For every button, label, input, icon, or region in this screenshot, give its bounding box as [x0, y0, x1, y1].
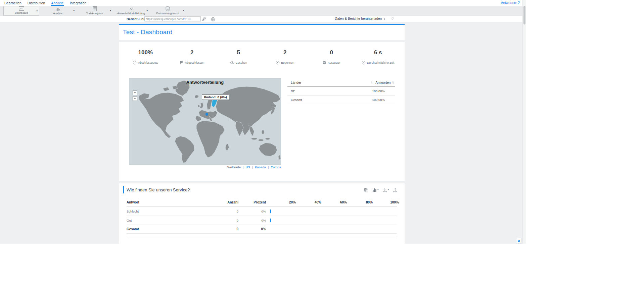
country-table-header: Länder ⇅ Antworten ⇅ — [287, 79, 395, 87]
minus-circle-icon — [322, 61, 326, 65]
report-link-label: Bericht-Link: — [127, 17, 146, 21]
toolbar-item-auswahl-modellbildung[interactable]: Auswahl-Modellbildung ▾ — [113, 6, 149, 16]
chevron-down-icon: ▾ — [384, 18, 385, 20]
toolbar-item-dashboard[interactable]: Dashboard ▾ — [3, 6, 39, 16]
answer-label: Schlecht — [127, 210, 139, 213]
scale-label-40: 40% — [315, 200, 321, 204]
stats-row: 100% Abschlussquote 2 Abgeschlossen 5 Ge… — [119, 42, 405, 65]
separator: | — [252, 165, 253, 169]
nav-item-bearbeiten[interactable]: Bearbeiten — [4, 0, 21, 6]
question-title: Wie finden Sie unseren Service? — [127, 187, 190, 192]
zoom-out-button[interactable]: − — [133, 96, 137, 101]
column-header-anzahl: Anzahl — [212, 200, 238, 204]
column-header-prozent: Prozent — [239, 200, 266, 204]
chevron-down-icon[interactable]: ▾ — [146, 9, 148, 12]
model-chart-icon — [129, 7, 134, 11]
map-title: Antwortverteilung — [129, 80, 281, 85]
stat-label: Aussetzer — [328, 61, 340, 64]
toolbar-item-text-analysen[interactable]: Text-Analysen ▾ — [77, 6, 112, 16]
sort-icon[interactable]: ⇅ — [370, 81, 373, 84]
zoom-in-button[interactable]: + — [133, 91, 137, 95]
report-link-input[interactable] — [144, 16, 201, 21]
sort-icon[interactable]: ⇅ — [392, 81, 394, 84]
map-view-europa[interactable]: Europa — [271, 165, 281, 169]
table-row: DE 100.00% — [287, 87, 395, 96]
line-chart-icon — [19, 6, 24, 11]
answer-count: 0 — [212, 219, 238, 222]
top-nav: Bearbeiten Distribution Analyse Integrat… — [0, 0, 522, 6]
total-count: 0 — [212, 227, 238, 231]
nav-item-distribution[interactable]: Distribution — [28, 0, 45, 6]
table-row: Gut 0 0% — [127, 216, 397, 225]
map-view-kanada[interactable]: Kanada — [255, 165, 266, 169]
document-icon — [93, 6, 97, 11]
column-header-antworten[interactable]: Antworten — [375, 81, 390, 84]
map-view-weltkarte[interactable]: Weltkarte — [227, 165, 241, 169]
map-view-switcher: Weltkarte|US|Kanada|Europa — [129, 165, 281, 169]
column-header-antwort: Antwort — [127, 200, 139, 204]
top-nav-items: Bearbeiten Distribution Analyse Integrat… — [4, 0, 86, 6]
separator: | — [268, 165, 269, 169]
separator: | — [243, 165, 243, 169]
column-header-laender[interactable]: Länder — [291, 81, 301, 84]
download-icon[interactable]: ▾ — [383, 188, 389, 192]
database-icon — [166, 6, 170, 11]
table-row: Gesamt 100.00% — [287, 96, 395, 104]
stat-value: 0 — [308, 49, 355, 56]
stat-value: 100% — [122, 49, 169, 56]
overview-card: 100% Abschlussquote 2 Abgeschlossen 5 Ge… — [119, 42, 405, 181]
map-marker-germany — [205, 113, 208, 116]
stat-gesehen: 5 Gesehen — [215, 49, 262, 65]
toolbar-item-datenmanagement[interactable]: Datenmanagement ▾ — [150, 6, 186, 16]
toolbar-item-label: Text-Analysen — [86, 12, 103, 15]
vertical-scrollbar[interactable] — [522, 0, 526, 244]
answer-count: 0 — [212, 210, 238, 213]
nav-item-analyse[interactable]: Analyse — [51, 0, 63, 6]
scale-label-20: 20% — [289, 200, 296, 204]
toolbar-item-label: Analyse — [53, 12, 62, 15]
double-chevron-up-icon — [517, 239, 520, 243]
question-result-table: Antwort Anzahl Prozent 20% 40% 60% 80% 1… — [127, 199, 397, 234]
result-bar — [270, 219, 271, 222]
analyse-toolbar: Dashboard ▾ Analyse ▾ Text-Analysen ▾ Au… — [0, 6, 522, 16]
answer-percent: 0% — [239, 219, 266, 222]
nav-item-integration[interactable]: Integration — [70, 0, 87, 6]
scroll-to-top-button[interactable] — [516, 238, 522, 244]
responses-counter: Antworten: 2 — [501, 1, 520, 5]
dashboard-title-card: Test - Dashboard — [119, 24, 405, 40]
answer-label: Gut — [127, 219, 132, 222]
country-name: DE — [291, 89, 295, 93]
scrollbar-thumb[interactable] — [523, 6, 525, 24]
flag-icon — [180, 61, 184, 65]
question-toolbar: ▾ ▾ — [364, 188, 397, 192]
country-name: Gesamt — [291, 98, 302, 102]
stat-value: 2 — [262, 49, 309, 56]
map-view-us[interactable]: US — [245, 165, 250, 169]
world-map[interactable]: Antwortverteilung + − Finland: 0 (0%) — [129, 78, 281, 165]
chevron-down-icon[interactable]: ▾ — [36, 10, 38, 12]
chevron-down-icon[interactable]: ▾ — [183, 9, 184, 12]
question-header: Wie finden Sie unseren Service? ▾ ▾ — [119, 183, 405, 194]
stat-abgeschlossen: 2 Abgeschlossen — [169, 49, 216, 65]
stat-label: Abschlussquote — [138, 61, 158, 64]
chart-type-icon[interactable]: ▾ — [372, 188, 379, 192]
section-divider — [127, 237, 397, 237]
browser-app-viewport: Bearbeiten Distribution Analyse Integrat… — [0, 0, 526, 244]
chevron-down-icon[interactable]: ▾ — [73, 9, 75, 12]
stat-label: Abgeschlossen — [185, 61, 204, 64]
toolbar-item-analyse[interactable]: Analyse ▾ — [40, 6, 76, 16]
stat-label: Begonnen — [281, 61, 294, 64]
scale-label-60: 60% — [340, 200, 347, 204]
favorite-heart-icon[interactable]: ♡ — [390, 16, 394, 21]
total-percent: 0% — [239, 227, 266, 231]
world-map-svg — [129, 78, 281, 165]
total-label: Gesamt — [127, 227, 139, 231]
download-reports-menu[interactable]: Daten & Berichte herunterladen▾ — [335, 17, 385, 20]
settings-gear-icon[interactable] — [364, 188, 368, 192]
accent-bar — [123, 186, 124, 193]
report-link-bar: Bericht-Link: Daten & Berichte herunterl… — [0, 16, 522, 22]
chevron-down-icon[interactable]: ▾ — [110, 9, 111, 12]
gauge-icon — [133, 61, 137, 65]
share-upload-icon[interactable] — [393, 188, 397, 192]
play-circle-icon — [276, 61, 280, 65]
